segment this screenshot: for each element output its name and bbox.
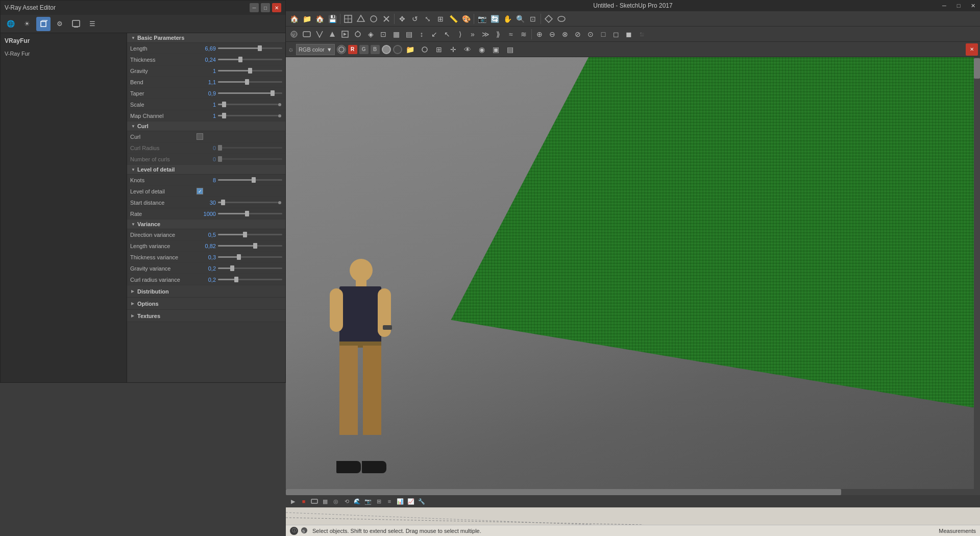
pan-icon[interactable]: ✋ (501, 13, 513, 25)
rotate-icon[interactable]: ↺ (409, 13, 421, 25)
vray-icon28[interactable]: ◾ (635, 28, 648, 40)
tool4-icon[interactable] (380, 13, 393, 25)
object-icon[interactable] (36, 17, 51, 31)
render-tool2[interactable] (419, 43, 431, 56)
close-button[interactable]: ✕ (272, 3, 281, 12)
vray-icon23[interactable]: ⊘ (572, 28, 584, 40)
vb-icon4[interactable]: ▦ (320, 497, 330, 506)
vertical-scroll-thumb[interactable] (974, 58, 980, 79)
color-wheel-icon[interactable] (337, 45, 346, 54)
vray-icon17[interactable]: ⟫ (492, 28, 504, 40)
vray-icon2[interactable] (301, 28, 313, 40)
curl-radius-variance-slider[interactable] (218, 279, 282, 280)
move-icon[interactable]: ✥ (396, 13, 408, 25)
vray-icon18[interactable]: ≈ (505, 28, 517, 40)
vray-icon13[interactable]: ↖ (441, 28, 453, 40)
map-channel-value[interactable]: 1 (197, 113, 216, 119)
render-icon[interactable] (69, 17, 83, 31)
thickness-slider[interactable] (218, 59, 282, 60)
gravity-slider[interactable] (218, 70, 282, 71)
thickness-variance-value[interactable]: 0,3 (197, 254, 216, 260)
start-distance-value[interactable]: 30 (197, 200, 216, 206)
vb-icon11[interactable]: 📊 (395, 497, 405, 506)
main-close-btn[interactable]: ✕ (966, 0, 980, 11)
map-channel-slider[interactable] (218, 115, 278, 116)
vray-icon1[interactable]: V (288, 28, 300, 40)
vray-icon6[interactable] (352, 28, 364, 40)
sidebar-vray-fur[interactable]: V-Ray Fur (1, 48, 127, 59)
vray-icon8[interactable]: ⊡ (377, 28, 389, 40)
restore-button[interactable]: □ (261, 3, 270, 12)
zoom-icon[interactable]: 🔍 (514, 13, 526, 25)
vb-icon10[interactable]: ≡ (384, 497, 395, 506)
B-button[interactable]: B (371, 45, 380, 54)
save-icon[interactable]: 💾 (326, 13, 338, 25)
direction-variance-slider[interactable] (218, 234, 282, 235)
vb-icon13[interactable]: 🔧 (416, 497, 427, 506)
vray-icon12[interactable]: ↙ (428, 28, 440, 40)
vray-icon4[interactable] (326, 28, 338, 40)
render-tool5[interactable]: 👁 (461, 43, 474, 56)
tool1-icon[interactable] (342, 13, 354, 25)
tool3-icon[interactable] (368, 13, 380, 25)
taper-slider[interactable] (218, 92, 282, 94)
vray-icon19[interactable]: ≋ (518, 28, 530, 40)
list-icon[interactable]: ☰ (85, 17, 100, 31)
file-icon[interactable]: 📁 (301, 13, 313, 25)
gravity-variance-value[interactable]: 0,2 (197, 265, 216, 272)
lod-header[interactable]: ▼ Level of detail (127, 165, 285, 175)
lod-checkbox[interactable]: ✓ (197, 188, 203, 194)
vb-icon9[interactable]: ⊞ (374, 497, 384, 506)
curl-checkbox[interactable] (197, 133, 203, 140)
scale-icon[interactable]: ⤡ (422, 13, 434, 25)
G-button[interactable]: G (359, 45, 369, 54)
horizontal-scrollbar[interactable] (286, 489, 980, 495)
vray-icon26[interactable]: ◻ (610, 28, 622, 40)
length-variance-value[interactable]: 0,82 (197, 243, 216, 249)
taper-value[interactable]: 0,9 (197, 90, 216, 96)
vb-icon3[interactable] (309, 497, 320, 506)
vray-icon27[interactable]: ◼ (623, 28, 635, 40)
thickness-variance-slider[interactable] (218, 256, 282, 258)
push-pull-icon[interactable]: ⊞ (434, 13, 447, 25)
thickness-value[interactable]: 0,24 (197, 57, 216, 63)
shape2-icon[interactable] (555, 13, 568, 25)
vray-icon21[interactable]: ⊖ (546, 28, 558, 40)
gravity-value[interactable]: 1 (197, 68, 216, 74)
distribution-section[interactable]: ▶ Distribution (127, 285, 285, 298)
minimize-button[interactable]: ─ (250, 3, 259, 12)
scale-value[interactable]: 1 (197, 102, 216, 108)
camera1-icon[interactable]: 📷 (476, 13, 488, 25)
vray-icon11[interactable]: ↕ (415, 28, 428, 40)
vray-icon24[interactable]: ⊙ (584, 28, 597, 40)
vray-icon10[interactable]: ▤ (403, 28, 415, 40)
color-circle2[interactable] (393, 45, 402, 54)
length-slider[interactable] (218, 47, 282, 49)
main-restore-btn[interactable]: □ (951, 0, 966, 11)
world-icon[interactable]: 🌐 (4, 17, 18, 31)
light-icon[interactable]: ☀ (20, 17, 34, 31)
curl-header[interactable]: ▼ Curl (127, 121, 285, 131)
measure-icon[interactable]: 📏 (447, 13, 459, 25)
start-distance-slider[interactable] (218, 202, 278, 203)
vb-icon7[interactable]: 🌊 (352, 497, 362, 506)
gravity-variance-slider[interactable] (218, 267, 282, 269)
vb-icon8[interactable]: 📷 (363, 497, 373, 506)
curl-radius-variance-value[interactable]: 0,2 (197, 277, 216, 283)
vray-icon25[interactable]: □ (597, 28, 609, 40)
R-button[interactable]: R (348, 45, 357, 54)
vray-icon3[interactable] (313, 28, 326, 40)
vray-icon22[interactable]: ⊗ (559, 28, 571, 40)
variance-header[interactable]: ▼ Variance (127, 220, 285, 229)
vertical-scrollbar[interactable] (974, 57, 980, 495)
basic-parameters-header[interactable]: ▼ Basic Parameters (127, 33, 285, 43)
vb-icon6[interactable]: ⟲ (341, 497, 352, 506)
zoom-fit-icon[interactable]: ⊡ (527, 13, 539, 25)
options-section[interactable]: ▶ Options (127, 298, 285, 310)
render-tool8[interactable]: ▤ (504, 43, 517, 56)
vray-icon5[interactable] (339, 28, 351, 40)
shape1-icon[interactable] (543, 13, 555, 25)
home-icon[interactable]: 🏠 (288, 13, 300, 25)
knots-slider[interactable] (218, 179, 282, 181)
color-circle1[interactable] (382, 45, 391, 54)
